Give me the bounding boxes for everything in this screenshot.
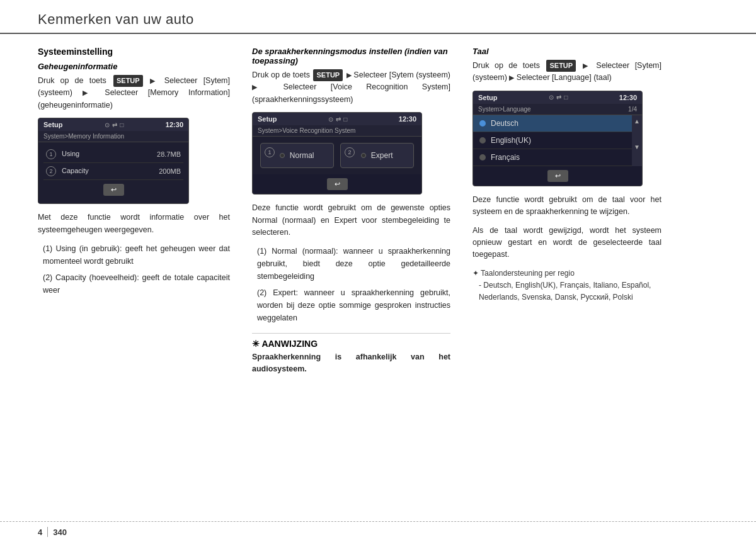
- col2-list1-head: (1) Normal (normaal):: [257, 247, 338, 256]
- screen3-title: Setup: [478, 94, 498, 101]
- col3-taal: Taal Druk op de toets SETUP ▶ Selecteer …: [472, 47, 662, 375]
- screen3-lang-dot2: [479, 137, 486, 144]
- screen2-breadcrumb: System>Voice Recognition System: [253, 125, 421, 137]
- screen2-opt2-num: 2: [345, 147, 355, 157]
- screen2-vr-body: 1 Normal 2 Expert: [253, 137, 421, 174]
- screen3-breadcrumb: System>Language 1/4: [473, 104, 642, 115]
- screen1-row2: 2 Capacity 200MB: [43, 163, 183, 180]
- scroll-up-arrow[interactable]: ▲: [634, 118, 640, 125]
- screen2-time: 12:30: [399, 115, 416, 123]
- col2-note-heading-text: AANWIJZING: [261, 339, 318, 349]
- col2-intro: Druk op de toets SETUP ▶ Selecteer [Syte…: [252, 69, 450, 106]
- col1-setup-badge: SETUP: [113, 75, 143, 87]
- screen3-back-button[interactable]: ↩: [547, 170, 568, 182]
- main-content: Systeeminstelling Geheugeninformatie Dru…: [0, 34, 756, 375]
- col2-spraak: De spraakherkenningsmodus instellen (ind…: [252, 47, 460, 375]
- footer-number: 340: [53, 528, 67, 537]
- screen3-time: 12:30: [619, 94, 637, 101]
- col2-screen-mockup: Setup ⊙ ⇄ □ 12:30 System>Voice Recogniti…: [252, 112, 422, 195]
- col3-support-label: ✦ Taalondersteuning per regio: [472, 268, 662, 279]
- col2-note-text: Spraakherkenning is afhankelijk van het …: [252, 351, 450, 375]
- screen1-icons: ⊙ ⇄ □: [105, 121, 123, 128]
- col3-desc1: Deze functie wordt gebruikt om de taal v…: [472, 194, 662, 218]
- col3-support-item: - Deutsch, English(UK), Français, Italia…: [472, 279, 662, 303]
- col3-setup-badge: SETUP: [546, 60, 576, 72]
- screen3-lang-dot1: [479, 120, 486, 127]
- col2-setup-badge: SETUP: [313, 69, 343, 81]
- col2-list-item1: (1) Normal (normaal): wanneer u spraakhe…: [252, 245, 450, 283]
- screen3-pagination: 1/4: [628, 106, 637, 113]
- col1-list1-head: (1) Using (in gebruik):: [43, 244, 122, 253]
- screen1-breadcrumb: System>Memory Information: [38, 131, 188, 142]
- col-gap1: [239, 47, 252, 375]
- screen2-back-button[interactable]: ↩: [327, 178, 348, 190]
- screen1-row1-value: 28.7MB: [157, 150, 181, 158]
- screen3-lang-label2: English(UK): [491, 136, 531, 145]
- col2-subsection-heading: De spraakherkenningsmodus instellen (ind…: [252, 47, 450, 65]
- col1-systeeminstelling: Systeeminstelling Geheugeninformatie Dru…: [38, 47, 239, 375]
- col3-taal-heading: Taal: [472, 47, 662, 56]
- screen3-scrollbar: ▲ ▼: [632, 115, 642, 166]
- screen3-topbar: Setup ⊙ ⇄ □ 12:30: [473, 91, 642, 104]
- col-gap2: [460, 47, 472, 375]
- col3-desc2: Als de taal wordt gewijzigd, wordt het s…: [472, 225, 662, 261]
- screen3-lang-row2[interactable]: English(UK): [473, 132, 632, 149]
- screen1-row1-label: Using: [62, 150, 79, 157]
- screen3-lang-label3: Français: [491, 153, 520, 162]
- col2-desc: Deze functie wordt gebruikt om de gewens…: [252, 202, 450, 239]
- col2-note-box: ✳ AANWIJZING Spraakherkenning is afhanke…: [252, 333, 450, 375]
- screen2-opt2-label: Expert: [371, 151, 393, 160]
- screen1-row2-value: 200MB: [159, 167, 181, 175]
- screen1-row2-num: 2: [46, 166, 56, 176]
- footer-page: 4: [38, 528, 42, 537]
- scroll-down-arrow[interactable]: ▼: [634, 144, 640, 150]
- screen1-row1: 1 Using 28.7MB: [43, 146, 183, 163]
- screen2-opt2-dot: [361, 153, 366, 158]
- screen3-lang-row1[interactable]: Deutsch: [473, 115, 632, 132]
- screen2-opt1[interactable]: 1 Normal: [260, 143, 334, 168]
- screen2-opt1-label: Normal: [290, 151, 314, 160]
- screen3-lang-row3[interactable]: Français: [473, 149, 632, 166]
- page-footer: 4 340: [0, 521, 756, 542]
- col3-intro: Druk op de toets SETUP ▶ Selecteer [Syte…: [472, 60, 662, 84]
- screen1-back-button[interactable]: ↩: [103, 184, 124, 196]
- col2-note-symbol: ✳: [252, 339, 260, 349]
- screen3-lang-area: Deutsch English(UK) Français ▲ ▼: [473, 115, 642, 166]
- footer-separator: [47, 527, 48, 537]
- screen3-lang-dot3: [479, 154, 486, 161]
- screen2-icons: ⊙ ⇄ □: [328, 116, 347, 123]
- screen1-row1-num: 1: [46, 149, 56, 159]
- screen3-lang-list: Deutsch English(UK) Français: [473, 115, 632, 166]
- col1-screen-mockup: Setup ⊙ ⇄ □ 12:30 System>Memory Informat…: [38, 118, 189, 204]
- screen2-title: Setup: [258, 115, 277, 123]
- screen1-row2-label: Capacity: [62, 167, 89, 174]
- screen2-opt2[interactable]: 2 Expert: [340, 143, 414, 168]
- col1-intro: Druk op de toets SETUP ▶ Selecteer [Syte…: [38, 75, 230, 111]
- screen1-topbar: Setup ⊙ ⇄ □ 12:30: [38, 118, 188, 131]
- col2-list-item2: (2) Expert: wanneer u spraakherkenning g…: [252, 286, 450, 324]
- col1-section-heading: Systeeminstelling: [38, 47, 230, 57]
- col2-list2-head: (2) Expert:: [257, 288, 298, 297]
- col1-list-item1: (1) Using (in gebruik): geeft het geheug…: [38, 242, 230, 268]
- col1-list-item2: (2) Capacity (hoeveelheid): geeft de tot…: [38, 271, 230, 296]
- screen3-icons: ⊙ ⇄ □: [549, 94, 568, 101]
- page-title: Kenmerken van uw auto: [38, 11, 194, 27]
- screen3-lang-label1: Deutsch: [491, 119, 518, 128]
- col3-screen-mockup: Setup ⊙ ⇄ □ 12:30 System>Language 1/4 De…: [472, 91, 643, 186]
- screen2-opt1-dot: [280, 153, 285, 158]
- col1-subsection-heading: Geheugeninformatie: [38, 62, 230, 71]
- page-header: Kenmerken van uw auto: [0, 0, 756, 34]
- col1-list2-head: (2) Capacity (hoeveelheid):: [43, 273, 139, 282]
- screen1-body: 1 Using 28.7MB 2 Capacity 200MB ↩: [38, 142, 188, 203]
- col1-desc: Met deze functie wordt informatie over h…: [38, 212, 230, 236]
- screen2-topbar: Setup ⊙ ⇄ □ 12:30: [253, 113, 421, 125]
- col2-note-heading: ✳ AANWIJZING: [252, 339, 450, 349]
- screen1-title: Setup: [43, 121, 63, 128]
- screen2-opt1-num: 1: [265, 147, 275, 157]
- screen1-time: 12:30: [166, 121, 183, 128]
